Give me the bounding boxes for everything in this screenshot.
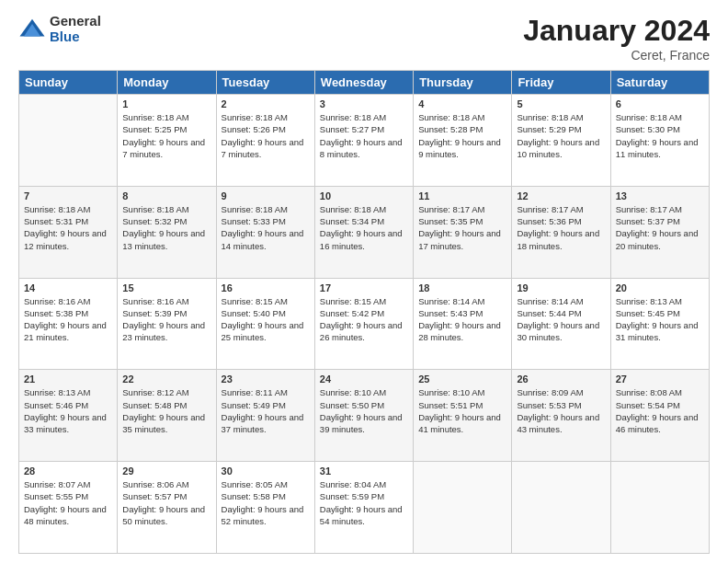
sunrise-text: Sunrise: 8:18 AM [616, 112, 682, 122]
calendar-cell: 4 Sunrise: 8:18 AM Sunset: 5:28 PM Dayli… [414, 95, 512, 187]
sunset-text: Sunset: 5:38 PM [24, 308, 88, 318]
day-number: 30 [222, 465, 310, 477]
sunrise-text: Sunrise: 8:08 AM [616, 387, 682, 397]
calendar-cell: 22 Sunrise: 8:12 AM Sunset: 5:48 PM Dayl… [118, 370, 216, 462]
day-number: 18 [418, 282, 506, 293]
day-number: 14 [24, 282, 112, 293]
day-number: 17 [320, 282, 408, 293]
day-number: 28 [24, 465, 112, 477]
day-info: Sunrise: 8:18 AM Sunset: 5:30 PM Dayligh… [616, 111, 704, 160]
sunset-text: Sunset: 5:57 PM [122, 491, 187, 501]
daylight-text: Daylight: 9 hours and 37 minutes. [222, 412, 304, 434]
calendar-cell: 10 Sunrise: 8:18 AM Sunset: 5:34 PM Dayl… [314, 186, 413, 278]
daylight-text: Daylight: 9 hours and 13 minutes. [122, 228, 205, 250]
daylight-text: Daylight: 9 hours and 20 minutes. [616, 228, 699, 250]
daylight-text: Daylight: 9 hours and 48 minutes. [24, 504, 107, 526]
sunrise-text: Sunrise: 8:16 AM [24, 296, 90, 306]
day-info: Sunrise: 8:14 AM Sunset: 5:44 PM Dayligh… [517, 295, 605, 344]
calendar-cell: 29 Sunrise: 8:06 AM Sunset: 5:57 PM Dayl… [118, 462, 216, 554]
day-number: 21 [24, 373, 112, 385]
calendar-cell: 3 Sunrise: 8:18 AM Sunset: 5:27 PM Dayli… [314, 95, 413, 187]
sunset-text: Sunset: 5:53 PM [517, 400, 581, 410]
daylight-text: Daylight: 9 hours and 11 minutes. [616, 137, 699, 159]
sunset-text: Sunset: 5:40 PM [222, 308, 286, 318]
daylight-text: Daylight: 9 hours and 9 minutes. [418, 137, 501, 159]
calendar-cell [610, 462, 709, 554]
daylight-text: Daylight: 9 hours and 28 minutes. [418, 320, 501, 342]
calendar-cell [414, 462, 512, 554]
day-info: Sunrise: 8:07 AM Sunset: 5:55 PM Dayligh… [24, 478, 112, 527]
day-info: Sunrise: 8:06 AM Sunset: 5:57 PM Dayligh… [122, 478, 210, 527]
day-number: 15 [122, 282, 210, 293]
sunset-text: Sunset: 5:48 PM [122, 400, 187, 410]
calendar-cell: 15 Sunrise: 8:16 AM Sunset: 5:39 PM Dayl… [118, 278, 216, 370]
day-number: 13 [616, 190, 704, 201]
col-saturday: Saturday [610, 71, 709, 95]
day-number: 12 [517, 190, 605, 201]
day-info: Sunrise: 8:17 AM Sunset: 5:35 PM Dayligh… [418, 203, 506, 252]
daylight-text: Daylight: 9 hours and 30 minutes. [517, 320, 599, 342]
daylight-text: Daylight: 9 hours and 17 minutes. [418, 228, 501, 250]
calendar-cell: 20 Sunrise: 8:13 AM Sunset: 5:45 PM Dayl… [610, 278, 709, 370]
header: General Blue January 2024 Ceret, France [18, 14, 710, 63]
calendar-cell: 9 Sunrise: 8:18 AM Sunset: 5:33 PM Dayli… [216, 186, 314, 278]
page: General Blue January 2024 Ceret, France … [0, 0, 728, 563]
day-number: 20 [616, 282, 704, 293]
sunrise-text: Sunrise: 8:06 AM [122, 479, 188, 489]
sunset-text: Sunset: 5:59 PM [320, 491, 384, 501]
calendar-cell: 14 Sunrise: 8:16 AM Sunset: 5:38 PM Dayl… [19, 278, 118, 370]
calendar-cell: 27 Sunrise: 8:08 AM Sunset: 5:54 PM Dayl… [610, 370, 709, 462]
calendar-cell: 28 Sunrise: 8:07 AM Sunset: 5:55 PM Dayl… [19, 462, 118, 554]
sunrise-text: Sunrise: 8:18 AM [122, 204, 188, 214]
sunset-text: Sunset: 5:39 PM [122, 308, 187, 318]
day-number: 8 [122, 190, 210, 201]
day-number: 7 [24, 190, 112, 201]
sunrise-text: Sunrise: 8:15 AM [320, 296, 386, 306]
day-number: 27 [616, 373, 704, 385]
daylight-text: Daylight: 9 hours and 33 minutes. [24, 412, 107, 434]
day-info: Sunrise: 8:12 AM Sunset: 5:48 PM Dayligh… [122, 386, 210, 435]
logo-general-text: General [50, 14, 101, 29]
day-info: Sunrise: 8:17 AM Sunset: 5:37 PM Dayligh… [616, 203, 704, 252]
sunset-text: Sunset: 5:45 PM [616, 308, 680, 318]
day-info: Sunrise: 8:10 AM Sunset: 5:50 PM Dayligh… [320, 386, 408, 435]
sunset-text: Sunset: 5:58 PM [222, 491, 286, 501]
daylight-text: Daylight: 9 hours and 39 minutes. [320, 412, 403, 434]
sunrise-text: Sunrise: 8:04 AM [320, 479, 386, 489]
sunrise-text: Sunrise: 8:11 AM [222, 387, 288, 397]
day-number: 25 [418, 373, 506, 385]
daylight-text: Daylight: 9 hours and 52 minutes. [222, 504, 304, 526]
calendar-cell: 6 Sunrise: 8:18 AM Sunset: 5:30 PM Dayli… [610, 95, 709, 187]
day-number: 6 [616, 98, 704, 109]
daylight-text: Daylight: 9 hours and 26 minutes. [320, 320, 403, 342]
daylight-text: Daylight: 9 hours and 23 minutes. [122, 320, 205, 342]
calendar-cell: 30 Sunrise: 8:05 AM Sunset: 5:58 PM Dayl… [216, 462, 314, 554]
day-info: Sunrise: 8:18 AM Sunset: 5:34 PM Dayligh… [320, 203, 408, 252]
sunset-text: Sunset: 5:32 PM [122, 216, 187, 226]
daylight-text: Daylight: 9 hours and 14 minutes. [222, 228, 304, 250]
daylight-text: Daylight: 9 hours and 18 minutes. [517, 228, 599, 250]
sunset-text: Sunset: 5:29 PM [517, 124, 581, 134]
day-info: Sunrise: 8:11 AM Sunset: 5:49 PM Dayligh… [222, 386, 310, 435]
calendar-cell: 1 Sunrise: 8:18 AM Sunset: 5:25 PM Dayli… [118, 95, 216, 187]
sunset-text: Sunset: 5:33 PM [222, 216, 286, 226]
sunrise-text: Sunrise: 8:18 AM [24, 204, 90, 214]
day-info: Sunrise: 8:18 AM Sunset: 5:28 PM Dayligh… [418, 111, 506, 160]
day-info: Sunrise: 8:18 AM Sunset: 5:31 PM Dayligh… [24, 203, 112, 252]
day-info: Sunrise: 8:04 AM Sunset: 5:59 PM Dayligh… [320, 478, 408, 527]
day-info: Sunrise: 8:14 AM Sunset: 5:43 PM Dayligh… [418, 295, 506, 344]
sunrise-text: Sunrise: 8:17 AM [517, 204, 583, 214]
day-number: 5 [517, 98, 605, 109]
sunrise-text: Sunrise: 8:14 AM [418, 296, 484, 306]
sunrise-text: Sunrise: 8:18 AM [320, 112, 386, 122]
day-number: 3 [320, 98, 408, 109]
logo-icon [18, 16, 46, 43]
daylight-text: Daylight: 9 hours and 31 minutes. [616, 320, 699, 342]
calendar-cell: 26 Sunrise: 8:09 AM Sunset: 5:53 PM Dayl… [512, 370, 610, 462]
day-info: Sunrise: 8:13 AM Sunset: 5:46 PM Dayligh… [24, 386, 112, 435]
sunset-text: Sunset: 5:51 PM [418, 400, 483, 410]
title-area: January 2024 Ceret, France [523, 14, 710, 63]
sunset-text: Sunset: 5:34 PM [320, 216, 384, 226]
sunset-text: Sunset: 5:44 PM [517, 308, 581, 318]
daylight-text: Daylight: 9 hours and 8 minutes. [320, 137, 403, 159]
